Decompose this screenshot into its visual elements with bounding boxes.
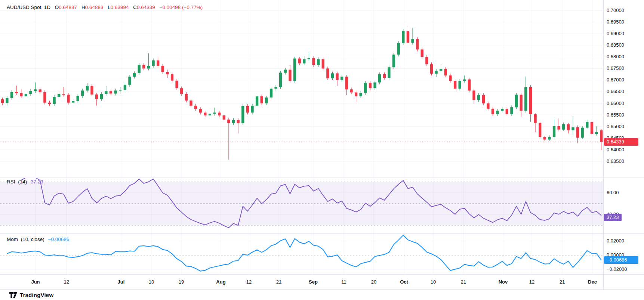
- logo-row: TradingView: [0, 290, 644, 300]
- high-value: 0.64883: [85, 4, 104, 10]
- time-axis-label: 12: [64, 279, 69, 285]
- mom-axis-label: 0.02000: [607, 238, 624, 244]
- time-axis-label: 10: [431, 279, 436, 285]
- time-axis-label: Nov: [499, 279, 508, 285]
- low-label: L: [108, 4, 111, 10]
- time-axis-label: Sep: [309, 279, 318, 285]
- chart-canvas[interactable]: [0, 0, 644, 290]
- mom-title: Mom: [7, 236, 18, 242]
- tradingview-logo-icon[interactable]: [9, 292, 17, 298]
- price-axis-label: 0.69000: [607, 31, 624, 37]
- last-price-badge: 0.64339: [604, 138, 638, 146]
- price-gridlines: [0, 10, 604, 161]
- price-axis-label: 0.63500: [607, 158, 624, 164]
- mom-line: [7, 235, 601, 271]
- price-axis-label: 0.66500: [607, 89, 624, 95]
- price-axis-label: 0.67000: [607, 77, 624, 83]
- time-axis-label: 21: [461, 279, 466, 285]
- rsi-params: (14): [18, 179, 27, 185]
- rsi-axis-label: 60.00: [607, 190, 619, 196]
- price-axis-label: 0.66000: [607, 100, 624, 106]
- open-label: O: [55, 4, 59, 10]
- time-axis-label: 19: [179, 279, 184, 285]
- price-axis-label: 0.70000: [607, 7, 624, 13]
- time-axis-label: Dec: [588, 279, 597, 285]
- mom-value: −0.00686: [48, 236, 70, 242]
- symbol-legend[interactable]: AUD/USD Spot, 1D O0.64837 H0.64883 L0.63…: [7, 4, 203, 10]
- price-axis-label: 0.64000: [607, 147, 624, 153]
- mom-value-badge: −0.00686: [604, 256, 638, 264]
- time-axis-label: 21: [560, 279, 565, 285]
- mom-pane-legend[interactable]: Mom (10, close) −0.00686: [7, 236, 69, 242]
- time-axis-label: Oct: [400, 279, 408, 285]
- change-value: −0.00498 (−0.77%): [160, 4, 203, 10]
- price-axis-label: 0.68000: [607, 54, 624, 60]
- rsi-value: 37.23: [31, 179, 43, 185]
- time-axis-label: 12: [529, 279, 534, 285]
- time-axis-label: Jun: [31, 279, 40, 285]
- price-axis-label: 0.65000: [607, 124, 624, 130]
- time-axis-label: 11: [341, 279, 346, 285]
- mom-params: (10, close): [21, 236, 44, 242]
- tradingview-logo-text[interactable]: TradingView: [20, 292, 53, 298]
- close-value: 0.64339: [137, 4, 155, 10]
- symbol-title: AUD/USD Spot, 1D: [7, 4, 50, 10]
- price-axis-label: 0.67500: [607, 65, 624, 71]
- tradingview-chart-window: AUD/USD Spot, 1D O0.64837 H0.64883 L0.63…: [0, 0, 644, 300]
- price-axis-label: 0.68500: [607, 42, 624, 48]
- time-axis-label: 10: [149, 279, 154, 285]
- price-axis-label: 0.69500: [607, 19, 624, 25]
- price-axis-label: 0.65500: [607, 112, 624, 118]
- open-value: 0.64837: [59, 4, 77, 10]
- high-label: H: [81, 4, 85, 10]
- mom-axis-label: −0.02000: [607, 266, 627, 272]
- candles-layer: [1, 26, 603, 160]
- time-axis-label: Aug: [216, 279, 225, 285]
- rsi-value-badge: 37.23: [604, 214, 622, 221]
- time-axis-label: 12: [246, 279, 252, 285]
- time-axis-label: 20: [371, 279, 376, 285]
- close-label: C: [133, 4, 137, 10]
- rsi-title: RSI: [7, 179, 15, 185]
- rsi-pane-legend[interactable]: RSI (14) 37.23: [7, 179, 43, 185]
- time-axis-label: 21: [276, 279, 281, 285]
- low-value: 0.63994: [111, 4, 129, 10]
- time-axis-label: Jul: [118, 279, 125, 285]
